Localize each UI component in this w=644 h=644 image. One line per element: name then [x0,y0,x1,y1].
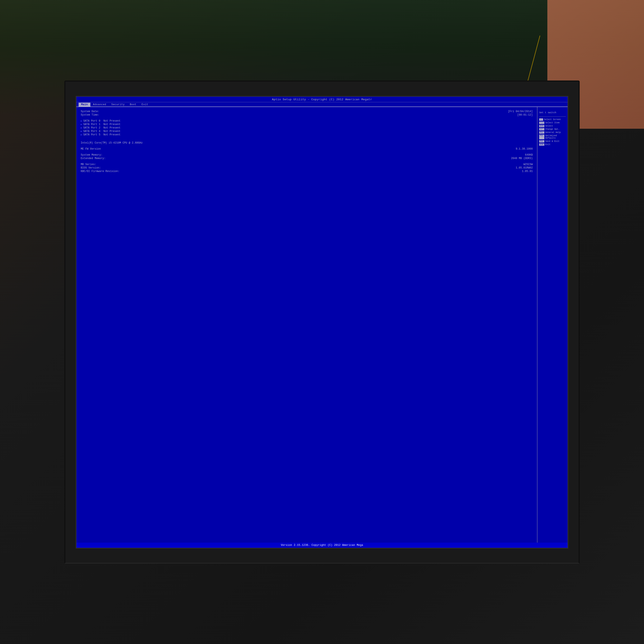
extended-memory-row: Extended Memory: 2048 MB (DDR3) [81,157,533,160]
bios-title-text: Aptio Setup Utility - Copyright (C) 2012… [272,98,372,101]
mb-series-row: MB Series: W25CSW [81,163,533,166]
bios-content-area: System Date: [Fri 04/04/2014] System Tim… [76,107,568,543]
gap5 [81,160,533,163]
system-time-row: System Time: [00:01:12] [81,113,533,116]
kbc-ec-row: KBC/EC Firmware Revision: 1.05.01 [81,170,533,173]
gap1 [81,117,533,119]
sata-port-4-row[interactable]: ▶ SATA Port 4 Not Present [81,130,533,133]
arrow-icon-1: ▶ [81,123,82,126]
sata-port-0-status: Not Present [104,119,121,122]
arrow-icon-2: ▶ [81,127,82,129]
gap4 [81,151,533,153]
system-memory-value: 640KB [525,153,533,156]
sata-port-5-row[interactable]: ▶ SATA Port 5 Not Present [81,133,533,136]
system-memory-row: System Memory: 640KB [81,153,533,156]
me-fw-label: ME FW Version [81,147,101,150]
sata-port-4-status: Not Present [104,130,121,133]
bios-footer-text: Version 2.15.1236. Copyright (C) 2012 Am… [281,544,363,547]
sata-port-1-row[interactable]: ▶ SATA Port 1 Not Present [81,123,533,126]
system-memory-label: System Memory: [81,153,102,156]
sata-port-2-label: SATA Port 2 [83,126,104,129]
sidebar-help-text: Set t switch [539,111,566,115]
key-select-item: ↑↓: Select Item [539,122,566,124]
arrow-icon-5: ▶ [81,133,82,136]
sata-port-4-label: SATA Port 4 [83,130,104,133]
sata-port-0-row[interactable]: ▶ SATA Port 0 Not Present [81,119,533,122]
page-container: Aptio Setup Utility - Copyright (C) 2012… [0,0,644,644]
system-date-label: System Date: [81,110,99,113]
sata-port-0-label: SATA Port 0 [83,119,104,122]
sata-port-5-status: Not Present [104,133,121,136]
bios-screen: Aptio Setup Utility - Copyright (C) 2012… [76,96,568,548]
key-esc: ESC Exit [539,143,566,146]
key-enter: Ent Select [539,125,566,127]
key-f4: F4: Save & Exit [539,140,566,142]
me-fw-row: ME FW Version 9.1.30.1008 [81,147,533,150]
key-f3: F3: Optimized Defaults [539,135,566,139]
key-change: +/- Change Opt. [539,128,566,130]
system-time-label: System Time: [81,113,99,116]
sata-port-2-status: Not Present [104,126,121,129]
bios-version-value: 1.05.01RW02 [516,166,533,169]
bios-title: Aptio Setup Utility - Copyright (C) 2012… [76,97,568,102]
system-date-value[interactable]: [Fri 04/04/2014] [508,110,533,113]
sata-port-2-row[interactable]: ▶ SATA Port 2 Not Present [81,126,533,129]
tab-main[interactable]: Main [79,103,90,107]
bios-sidebar: Set t switch ↔: Select Screen ↑↓: Select… [537,107,568,543]
arrow-icon-4: ▶ [81,130,82,133]
kbc-ec-value: 1.05.01 [522,170,533,173]
sidebar-divider [539,116,566,117]
mb-series-value: W25CSW [523,163,533,166]
system-date-row: System Date: [Fri 04/04/2014] [81,110,533,113]
sata-port-5-label: SATA Port 5 [83,133,104,136]
tab-exit[interactable]: Exit [139,103,151,107]
sata-port-1-status: Not Present [104,123,121,126]
me-fw-value: 9.1.30.1008 [516,147,533,150]
bios-main-panel: System Date: [Fri 04/04/2014] System Tim… [76,107,537,543]
laptop: Aptio Setup Utility - Copyright (C) 2012… [64,81,580,563]
kbc-ec-label: KBC/EC Firmware Revision: [81,170,119,173]
gap2 [81,137,533,139]
tab-boot[interactable]: Boot [127,103,139,107]
bios-version-label: BIOS Version: [81,166,101,169]
bios-navigation: Main Advanced Security Boot Exit [76,102,568,107]
laptop-lid: Aptio Setup Utility - Copyright (C) 2012… [64,81,580,563]
mb-series-label: MB Series: [81,163,96,166]
key-f1: F1: General Help [539,131,566,134]
key-select-screen: ↔: Select Screen [539,118,566,121]
bios-version-row: BIOS Version: 1.05.01RW02 [81,166,533,169]
extended-memory-value: 2048 MB (DDR3) [511,157,533,160]
cpu-info: Intel(R) Core(TM) i5-4210M CPU @ 2.60GHz [81,141,533,144]
system-time-value[interactable]: [00:01:12] [517,113,533,116]
extended-memory-label: Extended Memory: [81,157,105,160]
tab-security[interactable]: Security [109,103,127,107]
bios-footer: Version 2.15.1236. Copyright (C) 2012 Am… [76,543,568,548]
sata-port-1-label: SATA Port 1 [83,123,104,126]
arrow-icon-0: ▶ [81,120,82,122]
tab-advanced[interactable]: Advanced [90,103,109,107]
